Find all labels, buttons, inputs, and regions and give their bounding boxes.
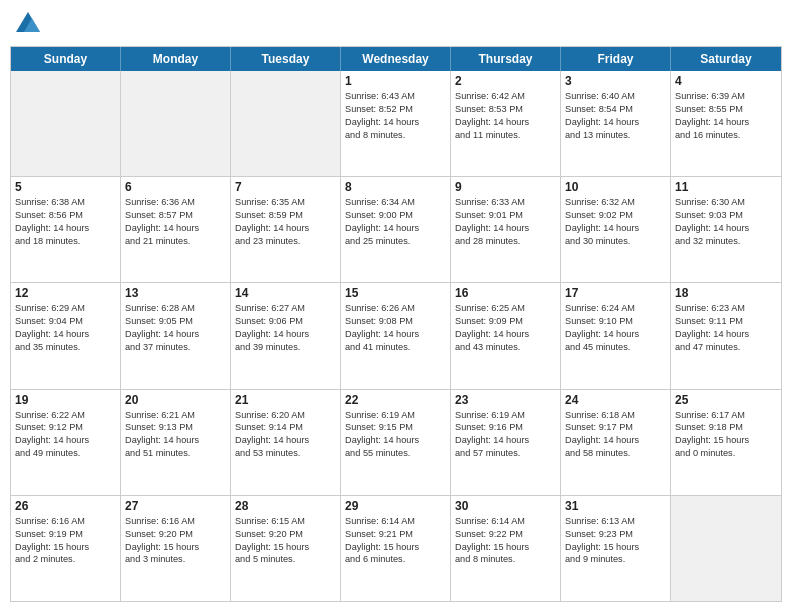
cell-line: and 0 minutes. xyxy=(675,447,777,460)
cell-line: Sunrise: 6:19 AM xyxy=(345,409,446,422)
cell-line: and 32 minutes. xyxy=(675,235,777,248)
cell-line: Daylight: 15 hours xyxy=(345,541,446,554)
cell-line: Daylight: 14 hours xyxy=(345,434,446,447)
cell-line: Sunset: 9:14 PM xyxy=(235,421,336,434)
cell-line: Daylight: 14 hours xyxy=(455,328,556,341)
cell-line: Sunset: 9:13 PM xyxy=(125,421,226,434)
cell-line: Sunrise: 6:30 AM xyxy=(675,196,777,209)
cell-line: Sunrise: 6:14 AM xyxy=(345,515,446,528)
calendar-cell: 20Sunrise: 6:21 AMSunset: 9:13 PMDayligh… xyxy=(121,390,231,495)
calendar-header-cell: Saturday xyxy=(671,47,781,71)
calendar-cell: 13Sunrise: 6:28 AMSunset: 9:05 PMDayligh… xyxy=(121,283,231,388)
cell-line: Sunrise: 6:16 AM xyxy=(15,515,116,528)
calendar-cell: 31Sunrise: 6:13 AMSunset: 9:23 PMDayligh… xyxy=(561,496,671,601)
cell-line: and 8 minutes. xyxy=(345,129,446,142)
header xyxy=(10,10,782,38)
calendar-cell: 26Sunrise: 6:16 AMSunset: 9:19 PMDayligh… xyxy=(11,496,121,601)
calendar-cell: 27Sunrise: 6:16 AMSunset: 9:20 PMDayligh… xyxy=(121,496,231,601)
calendar-cell: 11Sunrise: 6:30 AMSunset: 9:03 PMDayligh… xyxy=(671,177,781,282)
calendar-row: 26Sunrise: 6:16 AMSunset: 9:19 PMDayligh… xyxy=(11,496,781,601)
cell-line: Sunrise: 6:17 AM xyxy=(675,409,777,422)
cell-line: and 58 minutes. xyxy=(565,447,666,460)
cell-line: Sunset: 9:09 PM xyxy=(455,315,556,328)
day-number: 10 xyxy=(565,180,666,194)
day-number: 14 xyxy=(235,286,336,300)
calendar-cell xyxy=(671,496,781,601)
calendar-cell: 9Sunrise: 6:33 AMSunset: 9:01 PMDaylight… xyxy=(451,177,561,282)
day-number: 21 xyxy=(235,393,336,407)
cell-line: Daylight: 14 hours xyxy=(455,116,556,129)
cell-line: Sunset: 8:52 PM xyxy=(345,103,446,116)
calendar-cell: 5Sunrise: 6:38 AMSunset: 8:56 PMDaylight… xyxy=(11,177,121,282)
cell-line: Daylight: 15 hours xyxy=(125,541,226,554)
day-number: 3 xyxy=(565,74,666,88)
cell-line: Daylight: 14 hours xyxy=(15,434,116,447)
cell-line: Sunset: 9:01 PM xyxy=(455,209,556,222)
cell-line: Sunrise: 6:14 AM xyxy=(455,515,556,528)
calendar-header-cell: Wednesday xyxy=(341,47,451,71)
day-number: 22 xyxy=(345,393,446,407)
cell-line: Daylight: 14 hours xyxy=(565,434,666,447)
calendar-cell: 18Sunrise: 6:23 AMSunset: 9:11 PMDayligh… xyxy=(671,283,781,388)
cell-line: Sunrise: 6:20 AM xyxy=(235,409,336,422)
cell-line: Sunrise: 6:33 AM xyxy=(455,196,556,209)
cell-line: Sunrise: 6:18 AM xyxy=(565,409,666,422)
cell-line: Daylight: 14 hours xyxy=(125,222,226,235)
calendar-cell xyxy=(231,71,341,176)
calendar-cell: 15Sunrise: 6:26 AMSunset: 9:08 PMDayligh… xyxy=(341,283,451,388)
cell-line: Sunset: 9:02 PM xyxy=(565,209,666,222)
calendar-cell: 16Sunrise: 6:25 AMSunset: 9:09 PMDayligh… xyxy=(451,283,561,388)
calendar-row: 12Sunrise: 6:29 AMSunset: 9:04 PMDayligh… xyxy=(11,283,781,389)
cell-line: Sunset: 9:22 PM xyxy=(455,528,556,541)
cell-line: Sunset: 9:10 PM xyxy=(565,315,666,328)
cell-line: and 55 minutes. xyxy=(345,447,446,460)
day-number: 8 xyxy=(345,180,446,194)
day-number: 1 xyxy=(345,74,446,88)
cell-line: and 57 minutes. xyxy=(455,447,556,460)
day-number: 7 xyxy=(235,180,336,194)
cell-line: Daylight: 14 hours xyxy=(675,222,777,235)
cell-line: Daylight: 15 hours xyxy=(675,434,777,447)
calendar-cell: 24Sunrise: 6:18 AMSunset: 9:17 PMDayligh… xyxy=(561,390,671,495)
cell-line: and 49 minutes. xyxy=(15,447,116,460)
cell-line: Daylight: 14 hours xyxy=(345,116,446,129)
calendar-row: 1Sunrise: 6:43 AMSunset: 8:52 PMDaylight… xyxy=(11,71,781,177)
cell-line: and 8 minutes. xyxy=(455,553,556,566)
cell-line: Sunset: 9:17 PM xyxy=(565,421,666,434)
logo xyxy=(14,10,46,38)
cell-line: and 35 minutes. xyxy=(15,341,116,354)
cell-line: Sunset: 8:56 PM xyxy=(15,209,116,222)
cell-line: Daylight: 15 hours xyxy=(455,541,556,554)
cell-line: Daylight: 14 hours xyxy=(565,328,666,341)
calendar: SundayMondayTuesdayWednesdayThursdayFrid… xyxy=(10,46,782,602)
day-number: 15 xyxy=(345,286,446,300)
cell-line: Sunrise: 6:23 AM xyxy=(675,302,777,315)
calendar-header-cell: Monday xyxy=(121,47,231,71)
cell-line: Sunrise: 6:27 AM xyxy=(235,302,336,315)
day-number: 13 xyxy=(125,286,226,300)
cell-line: Sunrise: 6:42 AM xyxy=(455,90,556,103)
cell-line: Sunrise: 6:28 AM xyxy=(125,302,226,315)
cell-line: Daylight: 14 hours xyxy=(565,222,666,235)
day-number: 2 xyxy=(455,74,556,88)
cell-line: Sunrise: 6:26 AM xyxy=(345,302,446,315)
day-number: 20 xyxy=(125,393,226,407)
cell-line: and 21 minutes. xyxy=(125,235,226,248)
cell-line: and 2 minutes. xyxy=(15,553,116,566)
cell-line: Sunrise: 6:39 AM xyxy=(675,90,777,103)
cell-line: Sunrise: 6:13 AM xyxy=(565,515,666,528)
cell-line: Sunrise: 6:22 AM xyxy=(15,409,116,422)
calendar-cell: 29Sunrise: 6:14 AMSunset: 9:21 PMDayligh… xyxy=(341,496,451,601)
cell-line: Sunset: 9:23 PM xyxy=(565,528,666,541)
cell-line: Sunset: 8:57 PM xyxy=(125,209,226,222)
day-number: 16 xyxy=(455,286,556,300)
cell-line: Daylight: 14 hours xyxy=(125,434,226,447)
calendar-cell xyxy=(121,71,231,176)
cell-line: Daylight: 15 hours xyxy=(235,541,336,554)
cell-line: Daylight: 14 hours xyxy=(675,328,777,341)
cell-line: Sunrise: 6:43 AM xyxy=(345,90,446,103)
calendar-cell: 22Sunrise: 6:19 AMSunset: 9:15 PMDayligh… xyxy=(341,390,451,495)
day-number: 27 xyxy=(125,499,226,513)
cell-line: Daylight: 15 hours xyxy=(15,541,116,554)
cell-line: Daylight: 14 hours xyxy=(235,434,336,447)
